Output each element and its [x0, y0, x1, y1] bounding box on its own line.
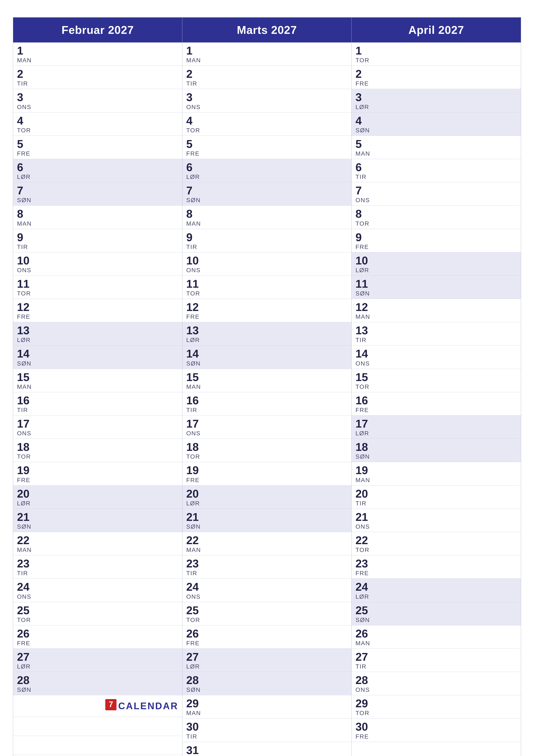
day-name-1-25: FRE: [186, 640, 347, 647]
day-row-1-29: 30TIR: [182, 718, 351, 742]
day-row-0-4: 5FRE: [13, 136, 182, 159]
day-row-0-21: 22MAN: [13, 532, 182, 555]
day-number-0-17: 18: [17, 441, 178, 453]
day-name-0-21: MAN: [17, 547, 178, 554]
filler-2-0: [352, 742, 521, 756]
calendar-grid: Februar 20271MAN2TIR3ONS4TOR5FRE6LØR7SØN…: [13, 17, 521, 756]
month-header-0: Februar 2027: [13, 17, 182, 42]
day-name-2-2: LØR: [355, 104, 517, 111]
day-number-1-30: 31: [186, 744, 347, 756]
day-row-1-26: 27LØR: [182, 649, 351, 672]
day-name-1-15: TIR: [186, 407, 347, 414]
day-number-1-22: 23: [186, 557, 347, 570]
day-number-2-4: 5: [355, 138, 517, 150]
day-name-2-15: FRE: [355, 407, 517, 414]
day-row-2-24: 25SØN: [352, 602, 521, 625]
month-col-1: Marts 20271MAN2TIR3ONS4TOR5FRE6LØR7SØN8M…: [182, 17, 352, 756]
day-name-2-21: TOR: [355, 547, 517, 554]
day-name-0-6: SØN: [17, 197, 178, 204]
day-number-0-16: 17: [17, 418, 178, 430]
day-name-1-19: LØR: [186, 500, 347, 507]
day-row-2-4: 5MAN: [352, 136, 521, 159]
day-name-1-6: SØN: [186, 197, 347, 204]
day-number-0-11: 12: [17, 301, 178, 313]
day-name-2-19: TIR: [355, 500, 517, 507]
day-row-1-15: 16TIR: [182, 392, 351, 416]
day-name-2-6: ONS: [355, 197, 517, 204]
day-number-0-27: 28: [17, 674, 178, 687]
day-number-1-28: 29: [186, 697, 347, 710]
day-name-0-25: FRE: [17, 640, 178, 647]
day-number-1-2: 3: [186, 91, 347, 103]
day-name-1-10: TOR: [186, 290, 347, 297]
day-name-2-28: TOR: [355, 710, 517, 716]
day-number-1-17: 18: [186, 441, 347, 453]
day-row-0-18: 19FRE: [13, 462, 182, 485]
day-number-2-1: 2: [355, 68, 517, 80]
day-number-1-18: 19: [186, 464, 347, 476]
day-number-1-3: 4: [186, 115, 347, 127]
day-name-0-11: FRE: [17, 313, 178, 320]
day-row-2-12: 13TIR: [352, 322, 521, 345]
day-number-1-7: 8: [186, 208, 347, 220]
day-name-0-4: FRE: [17, 150, 178, 157]
day-name-2-11: MAN: [355, 313, 517, 320]
day-name-0-24: TOR: [17, 617, 178, 623]
day-name-0-13: SØN: [17, 360, 178, 367]
day-number-0-25: 26: [17, 628, 178, 640]
day-row-1-17: 18TOR: [182, 439, 351, 462]
day-number-0-0: 1: [17, 44, 178, 57]
day-row-1-12: 13LØR: [182, 322, 351, 345]
filler-0-0: [13, 717, 182, 736]
day-row-0-12: 13LØR: [13, 322, 182, 345]
day-number-1-1: 2: [186, 68, 347, 80]
day-name-0-3: TOR: [17, 127, 178, 134]
day-name-1-5: LØR: [186, 174, 347, 180]
day-row-1-11: 12FRE: [182, 299, 351, 322]
day-number-0-1: 2: [17, 68, 178, 80]
day-row-0-25: 26FRE: [13, 625, 182, 649]
day-name-1-20: SØN: [186, 523, 347, 530]
day-name-0-26: LØR: [17, 663, 178, 670]
day-number-1-29: 30: [186, 721, 347, 733]
day-name-0-18: FRE: [17, 477, 178, 484]
day-name-2-26: TIR: [355, 663, 517, 670]
day-number-1-8: 9: [186, 231, 347, 244]
day-row-0-20: 21SØN: [13, 509, 182, 532]
day-row-2-7: 8TOR: [352, 205, 521, 229]
day-row-0-8: 9TIR: [13, 229, 182, 252]
day-row-2-26: 27TIR: [352, 649, 521, 672]
day-number-2-14: 15: [355, 371, 517, 383]
calendar-page: Februar 20271MAN2TIR3ONS4TOR5FRE6LØR7SØN…: [13, 17, 521, 756]
day-number-1-10: 11: [186, 278, 347, 290]
day-row-1-4: 5FRE: [182, 136, 351, 159]
day-number-2-21: 22: [355, 534, 517, 547]
day-number-0-24: 25: [17, 604, 178, 617]
day-number-2-0: 1: [355, 44, 517, 57]
day-name-1-27: SØN: [186, 687, 347, 693]
day-row-0-11: 12FRE: [13, 299, 182, 322]
day-name-2-24: SØN: [355, 617, 517, 623]
day-row-0-1: 2TIR: [13, 66, 182, 89]
day-row-0-15: 16TIR: [13, 392, 182, 416]
day-name-1-23: ONS: [186, 593, 347, 600]
day-number-2-13: 14: [355, 348, 517, 360]
day-number-1-4: 5: [186, 138, 347, 150]
day-number-1-5: 6: [186, 161, 347, 174]
day-row-2-15: 16FRE: [352, 392, 521, 416]
day-name-2-10: SØN: [355, 290, 517, 297]
day-row-1-18: 19FRE: [182, 462, 351, 485]
day-name-2-1: FRE: [355, 80, 517, 87]
day-row-2-29: 30FRE: [352, 718, 521, 742]
day-row-0-19: 20LØR: [13, 486, 182, 509]
day-number-0-13: 14: [17, 348, 178, 360]
day-number-1-23: 24: [186, 581, 347, 593]
day-number-1-25: 26: [186, 628, 347, 640]
filler-0-2: [13, 755, 182, 756]
day-row-0-5: 6LØR: [13, 159, 182, 182]
day-row-1-8: 9TIR: [182, 229, 351, 252]
day-row-0-13: 14SØN: [13, 345, 182, 369]
day-name-1-16: ONS: [186, 430, 347, 437]
day-row-1-21: 22MAN: [182, 532, 351, 555]
month-header-1: Marts 2027: [182, 17, 351, 42]
